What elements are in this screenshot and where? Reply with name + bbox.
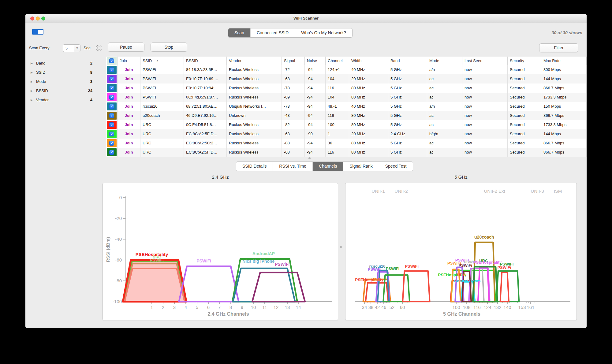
- table-row[interactable]: ✓Joinrcscui1668:72:51:80:AE…Ubiquiti Net…: [106, 102, 587, 111]
- join-link[interactable]: Join: [125, 132, 133, 136]
- cell-width: 80 MHz: [349, 139, 388, 148]
- sidebar-item-vendor[interactable]: ▶Vendor4: [31, 95, 92, 105]
- join-link[interactable]: Join: [125, 150, 133, 154]
- cell-channel: 36: [326, 139, 349, 148]
- join-link[interactable]: Join: [125, 113, 133, 118]
- column-header-max-rate[interactable]: Max Rate: [541, 57, 587, 65]
- y-tick-label: -40: [115, 236, 122, 242]
- tab-who-s-on-my-network[interactable]: Who's On My Network?: [295, 28, 352, 37]
- column-header-join[interactable]: Join: [118, 57, 140, 65]
- view-tab-channels[interactable]: Channels: [313, 162, 343, 171]
- window-titlebar[interactable]: WiFi Scanner: [25, 14, 587, 23]
- filter-button[interactable]: Filter: [539, 43, 578, 52]
- pause-button[interactable]: Pause: [108, 43, 144, 52]
- column-header-noise[interactable]: Noise: [305, 57, 326, 65]
- column-header-security[interactable]: Security: [508, 57, 541, 65]
- close-button[interactable]: [30, 17, 34, 20]
- network-label-control-room: Control Room: [454, 279, 481, 283]
- table-row[interactable]: ✓JoinURCEC:8C:A2:5F:D…Ruckus Wireless-68…: [106, 148, 587, 157]
- row-checkbox[interactable]: ✓: [109, 76, 114, 81]
- disclosure-triangle-icon[interactable]: ▶: [31, 59, 33, 68]
- sidebar-item-count: 2: [90, 59, 92, 68]
- column-header-signal[interactable]: Signal: [282, 57, 305, 65]
- table-row[interactable]: ✓JoinURCEC:8C:A2:5C:2…Ruckus Wireless-88…: [106, 139, 587, 148]
- network-label-psehospitality: PSEHospitality: [473, 260, 502, 265]
- row-checkbox[interactable]: ✓: [109, 67, 114, 72]
- row-checkbox[interactable]: ✓: [109, 86, 114, 91]
- tab-connected-ssid[interactable]: Connected SSID: [251, 28, 295, 37]
- stop-button[interactable]: Stop: [151, 43, 187, 52]
- row-checkbox[interactable]: ✓: [109, 122, 114, 127]
- row-checkbox[interactable]: ✓: [109, 141, 114, 146]
- column-header-bssid[interactable]: BSSID: [184, 57, 227, 65]
- scan-every-label: Scan Every:: [29, 46, 50, 50]
- select-all-header-cell[interactable]: ✓: [106, 57, 118, 65]
- row-checkbox[interactable]: ✓: [109, 132, 114, 136]
- shown-count: 30 of 30 shown: [552, 30, 582, 35]
- network-shape-pswifi: [470, 268, 484, 302]
- select-all-checkbox[interactable]: ✓: [109, 58, 114, 63]
- cell-last-seen: now: [462, 74, 508, 84]
- table-row[interactable]: ✓JoinURCEC:8C:A2:5F:D…Ruckus Wireless-63…: [106, 129, 587, 139]
- table-row[interactable]: ✓JoinPSWiFi0C:F4:D5:91:87…Ruckus Wireles…: [106, 93, 587, 102]
- table-row[interactable]: ✓JoinPSWiFiE0:10:7F:10:94:…Ruckus Wirele…: [106, 84, 587, 93]
- join-link[interactable]: Join: [125, 141, 133, 145]
- column-header-width[interactable]: Width: [349, 57, 388, 65]
- sidebar-item-ssid[interactable]: ▶SSID8: [31, 68, 92, 77]
- disclosure-triangle-icon[interactable]: ▶: [31, 95, 33, 105]
- disclosure-triangle-icon[interactable]: ▶: [31, 86, 33, 95]
- view-tab-ssid-details[interactable]: SSID Details: [236, 162, 273, 171]
- view-tab-rssi-vs-time[interactable]: RSSI vs. Time: [273, 162, 313, 171]
- horizontal-splitter-handle[interactable]: [308, 157, 311, 159]
- table-row[interactable]: ✓JoinURC0C:F4:D5:51:8…Ruckus Wireless-82…: [106, 120, 587, 129]
- minimize-button[interactable]: [36, 17, 40, 20]
- column-header-mode[interactable]: Mode: [427, 57, 462, 65]
- cell-max-rate: 300 Mbps: [541, 65, 587, 74]
- cell-ssid: URC: [140, 148, 184, 157]
- table-row[interactable]: ✓JoinPSWiFiE0:10:7F:10:69:…Ruckus Wirele…: [106, 74, 587, 84]
- join-link[interactable]: Join: [125, 122, 133, 127]
- tab-scan[interactable]: Scan: [228, 28, 251, 37]
- fullscreen-button[interactable]: [41, 17, 45, 20]
- join-link[interactable]: Join: [125, 86, 133, 90]
- join-link[interactable]: Join: [125, 95, 133, 99]
- join-link[interactable]: Join: [125, 104, 133, 109]
- view-tab-speed-test[interactable]: Speed Test: [379, 162, 413, 171]
- row-checkbox[interactable]: ✓: [109, 113, 114, 118]
- table-row[interactable]: ✓JoinPSWiFi84:18:3A:23:5F…Ruckus Wireles…: [106, 65, 587, 74]
- join-cell: Join: [118, 148, 140, 157]
- column-header-last-seen[interactable]: Last Seen: [462, 57, 508, 65]
- cell-signal: -68: [282, 74, 305, 84]
- vertical-splitter-handle[interactable]: [340, 246, 342, 248]
- window-title: WiFi Scanner: [25, 14, 587, 23]
- column-header-ssid[interactable]: SSID∧: [140, 57, 184, 65]
- column-header-channel[interactable]: Channel: [326, 57, 349, 65]
- sidebar-toggle[interactable]: [32, 29, 43, 35]
- scan-interval-select[interactable]: 5 ∨: [63, 44, 80, 52]
- cell-last-seen: now: [462, 148, 508, 157]
- sidebar-item-mode[interactable]: ▶Mode3: [31, 77, 92, 86]
- row-checkbox[interactable]: ✓: [109, 95, 114, 100]
- cell-vendor: Ruckus Wireless: [227, 84, 282, 93]
- network-label-urc: URC: [371, 277, 380, 282]
- sidebar-item-count: 24: [88, 86, 92, 95]
- column-header-vendor[interactable]: Vendor: [227, 57, 282, 65]
- sidebar-item-bssid[interactable]: ▶BSSID24: [31, 86, 92, 95]
- x-tick-label: 4: [185, 305, 187, 310]
- y-tick-label: -20: [115, 216, 122, 221]
- join-link[interactable]: Join: [125, 76, 133, 81]
- scan-interval-value: 5: [63, 45, 74, 52]
- view-tab-signal-rank[interactable]: Signal Rank: [343, 162, 379, 171]
- table-row[interactable]: ✓Joinu20coach46:D9:E7:92:16…Unknown-43-9…: [106, 111, 587, 120]
- cell-last-seen: now: [462, 120, 508, 129]
- cell-bssid: E0:10:7F:10:94:…: [184, 84, 227, 93]
- row-checkbox[interactable]: ✓: [109, 150, 114, 155]
- x-tick-label: 8: [230, 305, 232, 310]
- cell-bssid: 46:D9:E7:92:16…: [184, 111, 227, 120]
- row-checkbox[interactable]: ✓: [109, 104, 114, 109]
- sidebar-item-band[interactable]: ▶Band2: [31, 59, 92, 68]
- disclosure-triangle-icon[interactable]: ▶: [31, 68, 33, 77]
- column-header-band[interactable]: Band: [388, 57, 427, 65]
- join-link[interactable]: Join: [125, 67, 133, 72]
- disclosure-triangle-icon[interactable]: ▶: [31, 77, 33, 86]
